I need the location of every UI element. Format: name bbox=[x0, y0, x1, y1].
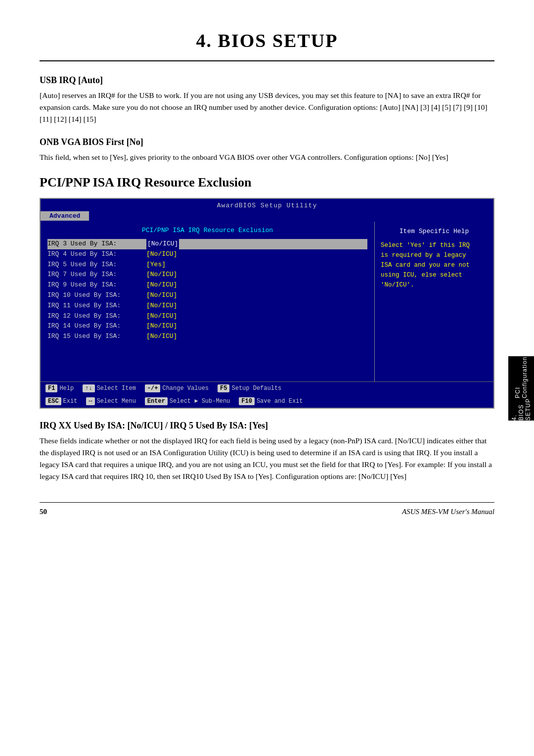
irq-row-9-val: [No/ICU] bbox=[146, 331, 177, 342]
irq-row-1-label: IRQ 4 Used By ISA: bbox=[47, 249, 146, 260]
irq-xx-body: These fields indicate whether or not the… bbox=[40, 435, 494, 482]
irq-row-6-val: [No/ICU] bbox=[146, 301, 177, 311]
bios-title-bar: AwardBIOS Setup Utility bbox=[41, 199, 493, 210]
esc-label: Exit bbox=[63, 398, 78, 405]
irq-row-9-label: IRQ 15 Used By ISA: bbox=[47, 331, 146, 342]
footer: 50 ASUS MES-VM User's Manual bbox=[40, 508, 494, 516]
usb-irq-heading: USB IRQ [Auto] bbox=[40, 75, 494, 86]
bios-key-f10: F10 Save and Exit bbox=[239, 397, 303, 405]
irq-row-5-label: IRQ 10 Used By ISA: bbox=[47, 290, 146, 301]
onb-vga-heading: ONB VGA BIOS First [No] bbox=[40, 137, 494, 147]
bios-help-text: Select 'Yes' if this IRQ is required by … bbox=[381, 240, 488, 290]
lr-key: ↔ bbox=[86, 397, 94, 405]
bios-content: PCI/PNP ISA IRQ Resource Exclusion IRQ 3… bbox=[41, 222, 493, 381]
irq-row-7-label: IRQ 12 Used By ISA: bbox=[47, 311, 146, 322]
bios-key-f1: F1 Help bbox=[45, 384, 74, 392]
bios-left-panel: PCI/PNP ISA IRQ Resource Exclusion IRQ 3… bbox=[41, 222, 375, 381]
f10-label: Save and Exit bbox=[257, 398, 303, 405]
irq-row-8-val: [No/ICU] bbox=[146, 321, 177, 331]
bios-right-panel: Item Specific Help Select 'Yes' if this … bbox=[375, 222, 493, 381]
footer-manual-title: ASUS MES-VM User's Manual bbox=[402, 508, 494, 516]
title-divider bbox=[40, 60, 494, 61]
irq-xx-heading: IRQ XX Used By ISA: [No/ICU] / IRQ 5 Use… bbox=[40, 421, 494, 431]
irq-row-1-val: [No/ICU] bbox=[146, 249, 177, 260]
sidebar-line1: 4. BIOS SETUP bbox=[511, 398, 532, 421]
irq-row-5-val: [No/ICU] bbox=[146, 290, 177, 301]
bios-bottom-bar-2: ESC Exit ↔ Select Menu Enter Select ► Su… bbox=[41, 395, 493, 408]
bios-key-f5: F5 Setup Defaults bbox=[218, 384, 281, 392]
pci-section-heading: PCI/PNP ISA IRQ Resource Exclusion bbox=[40, 175, 494, 190]
irq-row-2-val: [Yes] bbox=[146, 260, 166, 270]
bios-key-plusminus: -/+ Change Values bbox=[145, 384, 209, 392]
irq-row-3-val: [No/ICU] bbox=[146, 270, 177, 280]
irq-row-1[interactable]: IRQ 4 Used By ISA: [No/ICU] bbox=[47, 249, 367, 260]
esc-key: ESC bbox=[45, 397, 61, 405]
bios-key-lr: ↔ Select Menu bbox=[86, 397, 135, 405]
bios-screenshot: AwardBIOS Setup Utility Advanced PCI/PNP… bbox=[40, 198, 494, 409]
onb-vga-body: This field, when set to [Yes], gives pri… bbox=[40, 151, 494, 163]
f10-key: F10 bbox=[239, 397, 255, 405]
sidebar-line2: PCI Configuration bbox=[514, 356, 528, 398]
bios-key-esc: ESC Exit bbox=[45, 397, 77, 405]
footer-page-number: 50 bbox=[40, 508, 47, 516]
page-title: 4. BIOS SETUP bbox=[40, 30, 494, 51]
irq-row-0-label: IRQ 3 Used By ISA: bbox=[47, 239, 146, 249]
f1-label: Help bbox=[59, 385, 74, 392]
usb-irq-body: [Auto] reserves an IRQ# for the USB to w… bbox=[40, 90, 494, 125]
bios-key-enter: Enter Select ► Sub-Menu bbox=[145, 397, 230, 405]
irq-row-6-label: IRQ 11 Used By ISA: bbox=[47, 301, 146, 311]
f1-key: F1 bbox=[45, 384, 57, 392]
irq-row-7-val: [No/ICU] bbox=[146, 311, 177, 322]
irq-row-5[interactable]: IRQ 10 Used By ISA: [No/ICU] bbox=[47, 290, 367, 301]
arrows-key: ↑↓ bbox=[83, 384, 94, 392]
irq-row-3-label: IRQ 7 Used By ISA: bbox=[47, 270, 146, 280]
irq-row-3[interactable]: IRQ 7 Used By ISA: [No/ICU] bbox=[47, 270, 367, 280]
enter-key: Enter bbox=[145, 397, 168, 405]
bios-key-arrows: ↑↓ Select Item bbox=[83, 384, 136, 392]
sidebar-label: 4. BIOS SETUP PCI Configuration bbox=[508, 356, 534, 421]
plusminus-label: Change Values bbox=[162, 385, 209, 392]
irq-row-4[interactable]: IRQ 9 Used By ISA: [No/ICU] bbox=[47, 280, 367, 290]
irq-row-6[interactable]: IRQ 11 Used By ISA: [No/ICU] bbox=[47, 301, 367, 311]
irq-row-4-val: [No/ICU] bbox=[146, 280, 177, 290]
irq-row-0[interactable]: IRQ 3 Used By ISA: [No/ICU] bbox=[47, 239, 367, 249]
footer-divider bbox=[40, 502, 494, 503]
irq-row-8[interactable]: IRQ 14 Used By ISA: [No/ICU] bbox=[47, 321, 367, 331]
irq-row-8-label: IRQ 14 Used By ISA: bbox=[47, 321, 146, 331]
usb-irq-section: USB IRQ [Auto] [Auto] reserves an IRQ# f… bbox=[40, 75, 494, 125]
f5-label: Setup Defaults bbox=[231, 385, 281, 392]
bios-menu-advanced[interactable]: Advanced bbox=[41, 211, 89, 221]
enter-label: Select ► Sub-Menu bbox=[170, 398, 230, 405]
irq-xx-section: IRQ XX Used By ISA: [No/ICU] / IRQ 5 Use… bbox=[40, 421, 494, 482]
f5-key: F5 bbox=[218, 384, 229, 392]
irq-row-2-label: IRQ 5 Used By ISA: bbox=[47, 260, 146, 270]
bios-bottom-bar-1: F1 Help ↑↓ Select Item -/+ Change Values… bbox=[41, 381, 493, 395]
bios-help-title: Item Specific Help bbox=[381, 227, 488, 236]
irq-row-4-label: IRQ 9 Used By ISA: bbox=[47, 280, 146, 290]
arrows-label: Select Item bbox=[97, 385, 136, 392]
onb-vga-section: ONB VGA BIOS First [No] This field, when… bbox=[40, 137, 494, 163]
bios-menu-bar: Advanced bbox=[41, 210, 493, 222]
irq-row-0-val: [No/ICU] bbox=[146, 239, 179, 249]
irq-row-9[interactable]: IRQ 15 Used By ISA: [No/ICU] bbox=[47, 331, 367, 342]
irq-row-2[interactable]: IRQ 5 Used By ISA: [Yes] bbox=[47, 260, 367, 270]
plusminus-key: -/+ bbox=[145, 384, 161, 392]
bios-panel-title: PCI/PNP ISA IRQ Resource Exclusion bbox=[47, 227, 367, 234]
irq-row-7[interactable]: IRQ 12 Used By ISA: [No/ICU] bbox=[47, 311, 367, 322]
lr-label: Select Menu bbox=[97, 398, 136, 405]
